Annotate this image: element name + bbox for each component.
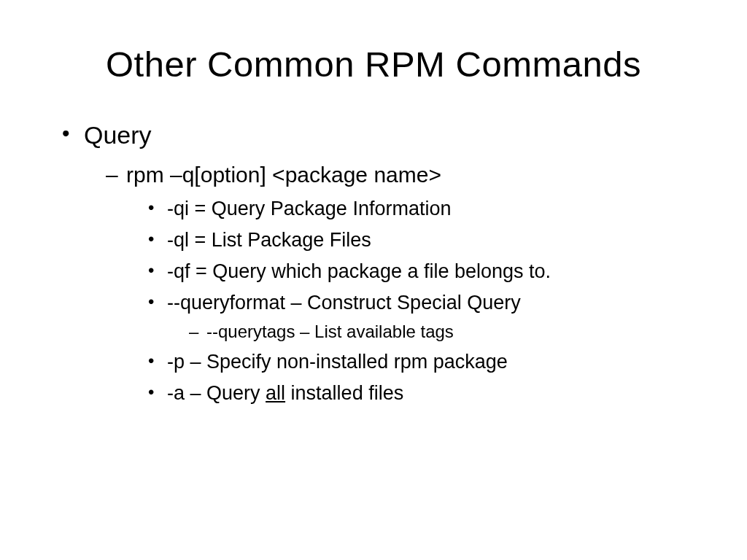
bullet-p: -p – Specify non-installed rpm package (148, 351, 703, 373)
bullet-qi: -qi = Query Package Information (148, 198, 703, 220)
bullet-list-level2: rpm –q[option] <package name> -qi = Quer… (84, 163, 703, 405)
bullet-query-text: Query (84, 121, 152, 149)
slide-title: Other Common RPM Commands (44, 44, 703, 85)
bullet-p-text: -p – Specify non-installed rpm package (167, 351, 508, 373)
bullet-a-underline: all (266, 382, 285, 404)
bullet-querytags-text: --querytags – List available tags (206, 322, 454, 341)
bullet-syntax: rpm –q[option] <package name> -qi = Quer… (106, 163, 703, 405)
bullet-list-level4: --querytags – List available tags (167, 322, 703, 342)
bullet-list-level3: -qi = Query Package Information -ql = Li… (126, 198, 703, 405)
bullet-syntax-text: rpm –q[option] <package name> (126, 163, 441, 187)
slide-container: Other Common RPM Commands Query rpm –q[o… (0, 0, 747, 560)
bullet-ql: -ql = List Package Files (148, 229, 703, 252)
bullet-queryformat-text: --queryformat – Construct Special Query (167, 292, 521, 314)
bullet-a: -a – Query all installed files (148, 382, 703, 405)
bullet-list-level1: Query rpm –q[option] <package name> -qi … (44, 121, 703, 405)
bullet-query: Query rpm –q[option] <package name> -qi … (62, 121, 703, 405)
bullet-querytags: --querytags – List available tags (189, 322, 703, 342)
bullet-a-pre: -a – Query (167, 382, 266, 404)
bullet-qf: -qf = Query which package a file belongs… (148, 260, 703, 283)
bullet-qf-text: -qf = Query which package a file belongs… (167, 260, 551, 282)
bullet-ql-text: -ql = List Package Files (167, 229, 371, 251)
bullet-a-post: installed files (285, 382, 403, 404)
bullet-qi-text: -qi = Query Package Information (167, 198, 451, 219)
bullet-queryformat: --queryformat – Construct Special Query … (148, 292, 703, 342)
